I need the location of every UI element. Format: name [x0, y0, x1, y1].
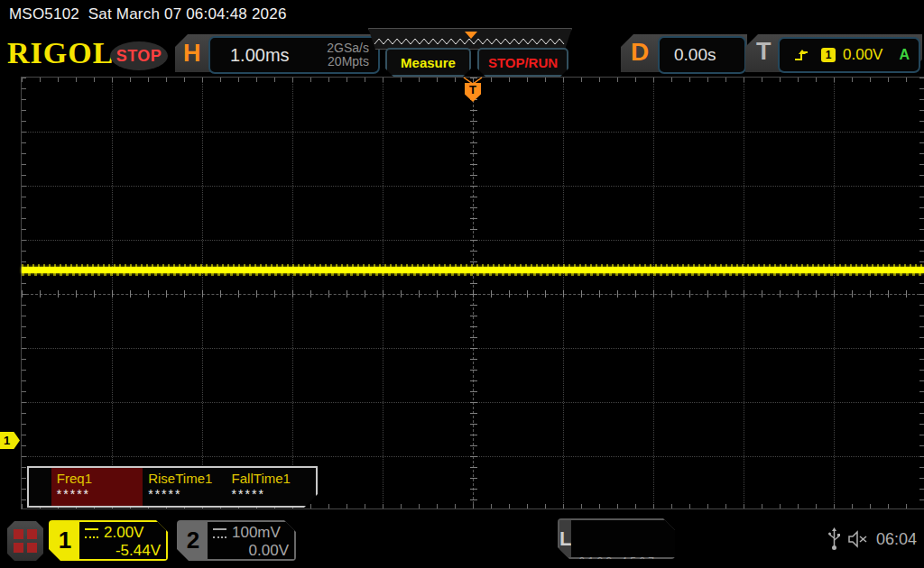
trigger-mode-auto: A — [899, 47, 910, 63]
channel1-scale: 2.00V — [104, 524, 143, 542]
run-state-indicator[interactable]: STOP — [110, 41, 168, 70]
stop-run-button[interactable]: STOP/RUN — [477, 48, 568, 77]
logic-channels-row1: 0 1 2 3 4 5 6 7 — [578, 554, 679, 568]
measurement-item-freq1[interactable]: Freq1 ***** — [51, 468, 143, 506]
delay-settings[interactable]: 0.00s — [658, 36, 746, 74]
trigger-position-marker[interactable]: T — [465, 83, 481, 102]
measurement-label: FallTime1 — [232, 471, 316, 486]
waveform-display-area[interactable]: T — [21, 77, 924, 509]
channel1-offset: -5.44V — [85, 542, 161, 560]
memory-depth: 20Mpts — [328, 54, 369, 69]
trigger-label: T — [756, 38, 772, 66]
channel1-number: 1 — [51, 522, 79, 559]
timebase-value: 1.00ms — [230, 45, 327, 66]
channel1-values: 2.00V -5.44V — [79, 522, 166, 559]
measurement-results-box: Freq1 ***** RiseTime1 ***** FallTime1 **… — [27, 466, 318, 508]
oscilloscope-screen: MSO5102 Sat March 07 06:04:48 2026 RIGOL… — [0, 0, 924, 568]
sample-rate: 2GSa/s — [327, 41, 369, 55]
preview-trigger-position-icon[interactable] — [465, 32, 477, 39]
logic-label: L — [559, 520, 571, 557]
channel1-status-panel[interactable]: 1 2.00V -5.44V — [49, 520, 168, 561]
trigger-source-badge: 1 — [821, 48, 836, 62]
logic-channel-list: 0 1 2 3 4 5 6 7 8 9 10 11 12 13 14 15 — [571, 520, 679, 557]
horizontal-label: H — [183, 40, 201, 68]
edge-trigger-icon — [794, 48, 810, 62]
measurement-item-risetime1[interactable]: RiseTime1 ***** — [143, 468, 226, 506]
measurement-item-falltime1[interactable]: FallTime1 ***** — [226, 468, 316, 506]
dc-coupling-icon — [85, 528, 98, 538]
rigol-logo: RIGOL — [7, 36, 114, 70]
measure-button[interactable]: Measure — [385, 48, 471, 77]
model-and-datetime: MSO5102 Sat March 07 06:04:48 2026 — [9, 5, 287, 23]
trigger-settings[interactable]: 1 0.00V A — [778, 37, 920, 73]
measurement-spacer — [29, 468, 51, 506]
ch1-waveform-trace[interactable] — [22, 267, 924, 273]
graticule-ticks-center-vertical — [470, 78, 477, 508]
usb-icon[interactable] — [828, 527, 840, 551]
menu-grid-button[interactable] — [7, 521, 43, 561]
dc-coupling-icon — [213, 528, 226, 538]
channel2-status-panel[interactable]: 2 100mV 0.00V — [177, 520, 296, 561]
logic-channels-panel[interactable]: L 0 1 2 3 4 5 6 7 8 9 10 11 12 13 14 15 — [558, 518, 675, 559]
channel2-scale: 100mV — [232, 524, 281, 542]
ch1-ground-level-marker[interactable]: 1 — [0, 432, 20, 449]
trigger-level-value: 0.00V — [843, 46, 882, 64]
delay-value: 0.00s — [674, 45, 716, 65]
acquisition-info: 2GSa/s20Mpts — [327, 41, 369, 69]
grid-icon — [14, 529, 37, 553]
measurement-label: RiseTime1 — [148, 471, 226, 486]
waveform-preview-bar[interactable] — [368, 28, 572, 50]
delay-label: D — [631, 38, 649, 67]
horizontal-settings[interactable]: 1.00ms 2GSa/s20Mpts — [208, 36, 380, 74]
speaker-muted-icon[interactable] — [847, 530, 869, 548]
measurement-value: ***** — [148, 487, 226, 501]
channel2-offset: 0.00V — [213, 542, 289, 560]
status-icons: 06:04 — [828, 527, 917, 551]
clock: 06:04 — [876, 530, 917, 549]
channel2-number: 2 — [179, 522, 208, 559]
channel2-values: 100mV 0.00V — [208, 522, 294, 559]
measurement-label: Freq1 — [57, 471, 143, 486]
measurement-value: ***** — [57, 487, 143, 501]
measurement-value: ***** — [232, 487, 316, 501]
